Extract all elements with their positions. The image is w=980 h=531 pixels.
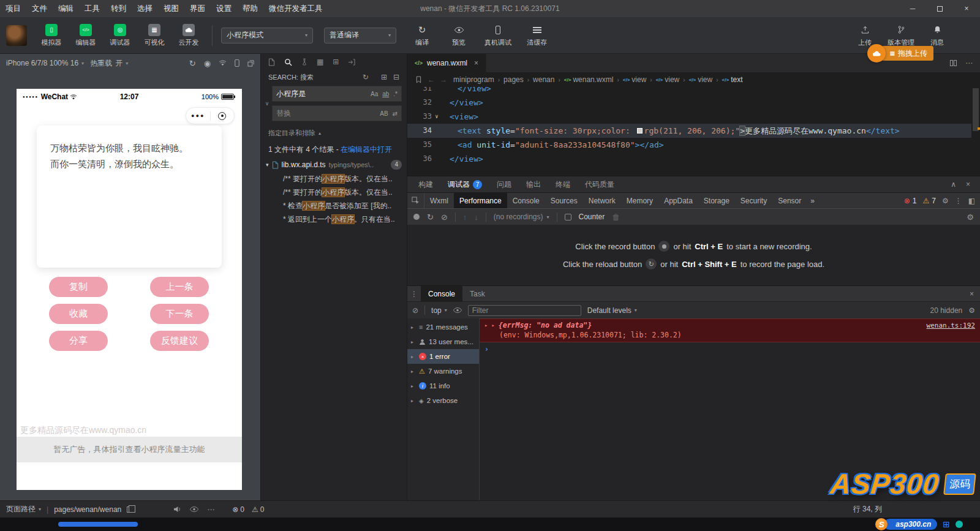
devtools-tab-appdata[interactable]: AppData — [658, 193, 698, 209]
clear-console-icon[interactable]: ⊘ — [412, 306, 418, 315]
more-tabs-icon[interactable]: » — [807, 197, 818, 205]
tab-build[interactable]: 构建 — [411, 176, 440, 193]
search-icon[interactable] — [284, 58, 292, 66]
extensions-grid-icon[interactable]: ▦ — [317, 58, 323, 66]
devtools-tab-sources[interactable]: Sources — [545, 193, 583, 209]
breadcrumb-item[interactable]: pages — [503, 75, 524, 84]
cloud-dev-button[interactable]: 云开发 — [174, 24, 203, 47]
tab-terminal[interactable]: 终端 — [548, 176, 578, 193]
clear-cache-button[interactable]: 清缓存 — [521, 24, 553, 47]
log-levels-select[interactable]: Default levels ▾ — [587, 306, 637, 315]
console-log-area[interactable]: ▸ ▸ {errMsg: "no ad data"} wenan.ts:192 … — [480, 318, 980, 500]
clear-recordings-icon[interactable]: ⊘ — [441, 213, 448, 222]
breadcrumb-item[interactable]: wenan — [533, 75, 554, 84]
more-icon[interactable]: ⋯ — [207, 505, 214, 514]
page-path-selector[interactable]: 页面路径 ▾ — [6, 504, 41, 514]
cursor-position-label[interactable]: 行 34, 列 — [853, 504, 882, 514]
more-actions-icon[interactable]: ⋯ — [965, 59, 973, 67]
regex-icon[interactable]: .* — [393, 91, 398, 97]
devtools-tab-performance[interactable]: Performance — [454, 193, 507, 209]
search-result-item[interactable]: /** 要打开的小程序版本。仅在当.. — [261, 186, 407, 199]
inspect-element-icon[interactable] — [407, 193, 424, 209]
back-arrow-icon[interactable]: ← — [428, 75, 435, 84]
next-quote-button[interactable]: 下一条 — [150, 304, 209, 324]
menu-item-devtools[interactable]: 微信开发者工具 — [263, 0, 328, 17]
devtools-menu-icon[interactable]: ⋮ — [955, 197, 962, 205]
open-in-editor-link[interactable]: 在编辑器中打开 — [341, 145, 392, 154]
menu-item-tools[interactable]: 工具 — [79, 0, 105, 17]
code-line[interactable]: 34<text style="font-size: 30rpx;color: r… — [407, 124, 971, 138]
breadcrumb-item-file[interactable]: </>wenan.wxml — [564, 75, 614, 84]
code-line[interactable]: 33∨<view> — [407, 110, 971, 124]
expand-icon[interactable]: ▸ — [491, 322, 494, 328]
collapse-panel-icon[interactable]: ∧ — [951, 180, 956, 189]
capture-settings-icon[interactable]: ⚙ — [967, 213, 974, 222]
menu-item-project[interactable]: 项目 — [0, 0, 26, 17]
close-button[interactable]: × — [953, 0, 980, 17]
breadcrumb-item[interactable]: miniprogram — [453, 75, 494, 84]
problems-summary[interactable]: ⊗0 ⚠0 — [232, 505, 264, 514]
compile-mode-select[interactable]: 普通编译 ▾ — [324, 28, 396, 43]
minimize-button[interactable]: ─ — [899, 0, 926, 17]
wifi-icon[interactable] — [219, 60, 227, 66]
replace-field[interactable]: AB ⇄ — [272, 105, 402, 121]
split-editor-icon[interactable] — [950, 60, 957, 66]
trash-icon[interactable]: 🗑 — [612, 213, 620, 222]
menu-item-help[interactable]: 帮助 — [237, 0, 263, 17]
devtools-tab-memory[interactable]: Memory — [621, 193, 658, 209]
recordings-select[interactable]: (no recordings) ▾ — [494, 213, 549, 221]
tab-wenan-wxml[interactable]: </> wenan.wxml × — [407, 54, 486, 72]
forward-arrow-icon[interactable]: → — [440, 75, 447, 84]
code-line[interactable]: 35<ad unit-id="adunit-8aa233a104548f80">… — [407, 138, 971, 152]
devtools-tab-storage[interactable]: Storage — [698, 193, 735, 209]
filter-errors[interactable]: ▸ × 1 error — [407, 349, 479, 364]
search-result-item[interactable]: /** 要打开的小程序版本。仅在当.. — [261, 172, 407, 186]
debugger-toggle-button[interactable]: ◎ 调试器 — [105, 24, 135, 47]
hot-reload-toggle[interactable]: 热重载 开 ▾ — [90, 58, 128, 69]
tab-problems[interactable]: 问题 — [489, 176, 519, 193]
menu-item-goto[interactable]: 转到 — [105, 0, 132, 17]
context-select[interactable]: top ▾ — [431, 306, 447, 315]
close-panel-icon[interactable]: × — [966, 180, 970, 189]
devtools-settings-icon[interactable]: ⚙ — [942, 197, 949, 205]
close-tab-icon[interactable]: × — [474, 59, 478, 67]
console-prompt[interactable]: › — [480, 342, 980, 356]
open-editor-icon[interactable]: ⊞ — [381, 73, 387, 81]
refresh-icon[interactable]: ↻ — [363, 73, 369, 81]
tab-output[interactable]: 输出 — [519, 176, 548, 193]
copy-path-icon[interactable] — [127, 507, 132, 513]
source-link[interactable]: wenan.ts:192 — [927, 322, 975, 330]
speaker-icon[interactable] — [173, 506, 181, 513]
editor-toggle-button[interactable]: </> 编辑器 — [71, 24, 100, 47]
match-case-icon[interactable]: Aa — [371, 91, 378, 97]
panel-box-icon[interactable]: ⊞ — [333, 58, 339, 66]
tab-code-quality[interactable]: 代码质量 — [578, 176, 622, 193]
counter-checkbox[interactable] — [565, 214, 571, 220]
filter-info[interactable]: ▸ i 11 info — [407, 378, 479, 393]
popout-window-icon[interactable] — [247, 60, 254, 67]
replace-input[interactable] — [276, 109, 331, 118]
filter-verbose[interactable]: ▸ ◈ 2 verbose — [407, 393, 479, 408]
visualizer-button[interactable]: ▦ 可视化 — [140, 24, 169, 47]
menu-item-select[interactable]: 选择 — [132, 0, 158, 17]
search-result-item[interactable]: * 返回到上一个小程序。只有在当.. — [261, 213, 407, 226]
devtools-tab-security[interactable]: Security — [735, 193, 772, 209]
feedback-button[interactable]: 反馈建议 — [150, 331, 209, 351]
notifications-button[interactable]: 消息 — [921, 24, 953, 47]
code-line[interactable]: 32</view> — [407, 96, 971, 110]
expand-icon[interactable]: ▸ — [484, 322, 488, 328]
menu-item-interface[interactable]: 界面 — [184, 0, 211, 17]
simulator-toggle-button[interactable]: ▯ 模拟器 — [37, 24, 66, 47]
breadcrumb-item-symbol[interactable]: </>view — [689, 75, 713, 84]
breadcrumb-item-symbol[interactable]: </>view — [623, 75, 647, 84]
current-page-path[interactable]: pages/wenan/wenan — [54, 505, 121, 514]
console-filter-input[interactable] — [468, 305, 581, 316]
whole-word-icon[interactable]: ab — [382, 91, 389, 97]
editor-scrollbar[interactable] — [973, 88, 979, 131]
menu-item-edit[interactable]: 编辑 — [53, 0, 79, 17]
mode-select[interactable]: 小程序模式 ▾ — [221, 28, 313, 43]
close-drawer-icon[interactable]: × — [970, 290, 980, 298]
save-profile-icon[interactable]: ↓ — [474, 213, 478, 222]
code-editor[interactable]: 31</view>32</view>33∨<view>34<text style… — [407, 87, 980, 176]
toggle-replace-chevron[interactable]: ∨ — [262, 86, 272, 121]
